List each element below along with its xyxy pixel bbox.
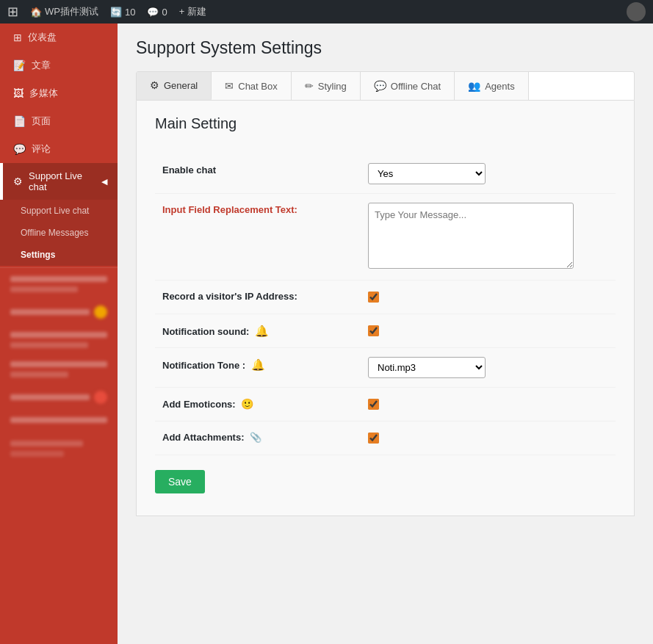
- sidebar-item-media[interactable]: 🖼 多媒体: [0, 79, 118, 107]
- tab-offline-chat[interactable]: 💬 Offline Chat: [361, 72, 455, 100]
- admin-bar: ⊞ 🏠 WP插件测试 🔄 10 💬 0 + 新建: [0, 0, 653, 23]
- enable-chat-select[interactable]: Yes No: [368, 163, 486, 184]
- save-button[interactable]: Save: [155, 470, 205, 493]
- offline-chat-tab-icon: 💬: [374, 80, 386, 92]
- dashboard-icon: ⊞: [13, 32, 22, 43]
- blurred-section-2: [0, 299, 118, 325]
- new-content-button[interactable]: + 新建: [179, 5, 206, 18]
- notification-sound-checkbox[interactable]: [368, 325, 379, 336]
- record-ip-row: Record a visitor's IP Address:: [155, 281, 616, 314]
- notification-tone-row: Notification Tone : 🔔 Noti.mp3 Ding.mp3 …: [155, 348, 616, 388]
- site-icon: 🏠: [30, 7, 42, 18]
- enable-chat-label: Enable chat: [162, 164, 216, 176]
- enable-chat-row: Enable chat Yes No: [155, 154, 616, 194]
- blurred-section-7: [0, 434, 118, 463]
- blurred-section-3: [0, 325, 118, 355]
- blurred-section-4: [0, 355, 118, 384]
- support-icon: ⚙: [13, 176, 23, 187]
- sidebar-item-comments[interactable]: 💬 评论: [0, 135, 118, 163]
- record-ip-checkbox[interactable]: [368, 292, 379, 303]
- notification-sound-label: Notification sound: 🔔: [162, 326, 269, 337]
- agents-tab-icon: 👥: [468, 80, 480, 92]
- record-ip-label: Record a visitor's IP Address:: [162, 291, 297, 302]
- updates-icon: 🔄: [110, 7, 122, 18]
- pages-icon: 📄: [13, 115, 26, 127]
- general-tab-icon: ⚙: [150, 79, 159, 91]
- tab-chatbox[interactable]: ✉ Chat Box: [212, 72, 291, 100]
- notification-bell-icon: 🔔: [255, 325, 269, 337]
- input-replacement-textarea[interactable]: [368, 203, 574, 269]
- tabs-container: ⚙ General ✉ Chat Box ✏ Styling 💬 Offline…: [136, 71, 635, 101]
- add-attachments-checkbox[interactable]: [368, 433, 379, 444]
- blurred-section-6: [0, 410, 118, 434]
- input-replacement-row: Input Field Replacement Text:: [155, 194, 616, 281]
- sidebar-item-posts[interactable]: 📝 文章: [0, 51, 118, 79]
- comments-button[interactable]: 💬 0: [147, 7, 167, 18]
- add-emoticons-row: Add Emoticons: 🙂: [155, 388, 616, 422]
- section-title: Main Setting: [155, 115, 616, 140]
- page-title: Support System Settings: [136, 38, 635, 58]
- collapse-arrow: ◀: [101, 177, 107, 187]
- sidebar-item-support[interactable]: ⚙ Support Live chat ◀: [0, 163, 118, 200]
- media-icon: 🖼: [13, 87, 24, 99]
- sidebar-item-offline-messages[interactable]: Offline Messages: [0, 222, 118, 244]
- tone-bell-icon: 🔔: [251, 358, 265, 371]
- notification-tone-select[interactable]: Noti.mp3 Ding.mp3 Bell.mp3: [368, 357, 486, 378]
- main-content: Support System Settings ⚙ General ✉ Chat…: [118, 23, 653, 644]
- wp-logo[interactable]: ⊞: [7, 4, 18, 20]
- add-emoticons-label: Add Emoticons: 🙂: [162, 399, 253, 410]
- sidebar-item-pages[interactable]: 📄 页面: [0, 107, 118, 135]
- add-attachments-label: Add Attachments: 📎: [162, 432, 261, 443]
- tab-agents[interactable]: 👥 Agents: [455, 72, 528, 100]
- posts-icon: 📝: [13, 59, 26, 71]
- save-section: Save: [155, 470, 616, 493]
- notification-tone-label: Notification Tone : 🔔: [162, 360, 265, 371]
- comments-icon: 💬: [13, 143, 26, 155]
- sidebar: ⊞ 仪表盘 📝 文章 🖼 多媒体 📄 页面 💬 评论 ⚙ Support Liv…: [0, 23, 118, 644]
- settings-panel: Main Setting Enable chat Yes No: [136, 101, 635, 516]
- notification-sound-row: Notification sound: 🔔: [155, 314, 616, 348]
- tab-general[interactable]: ⚙ General: [137, 72, 212, 100]
- wp-icon: ⊞: [7, 4, 18, 20]
- sidebar-item-dashboard[interactable]: ⊞ 仪表盘: [0, 23, 118, 51]
- add-attachments-row: Add Attachments: 📎: [155, 422, 616, 455]
- input-replacement-label: Input Field Replacement Text:: [162, 204, 297, 215]
- main-layout: ⊞ 仪表盘 📝 文章 🖼 多媒体 📄 页面 💬 评论 ⚙ Support Liv…: [0, 23, 653, 644]
- blurred-section-5: [0, 384, 118, 410]
- emoticons-smile-icon: 🙂: [241, 398, 253, 410]
- chatbox-tab-icon: ✉: [225, 80, 234, 92]
- admin-bar-right: [627, 2, 646, 21]
- attach-icon: 📎: [250, 432, 261, 443]
- blurred-section-1: [0, 269, 118, 299]
- sidebar-submenu: Support Live chat Offline Messages Setti…: [0, 200, 118, 266]
- add-emoticons-checkbox[interactable]: [368, 399, 379, 410]
- updates-button[interactable]: 🔄 10: [110, 7, 135, 18]
- comment-icon: 💬: [147, 7, 159, 18]
- form-table: Enable chat Yes No Input Field Replace: [155, 154, 616, 455]
- sidebar-item-settings[interactable]: Settings: [0, 244, 118, 266]
- user-avatar[interactable]: [627, 2, 646, 21]
- tab-styling[interactable]: ✏ Styling: [292, 72, 361, 100]
- styling-tab-icon: ✏: [305, 80, 314, 92]
- site-name[interactable]: 🏠 WP插件测试: [30, 5, 98, 18]
- sidebar-item-support-main[interactable]: Support Live chat: [0, 200, 118, 222]
